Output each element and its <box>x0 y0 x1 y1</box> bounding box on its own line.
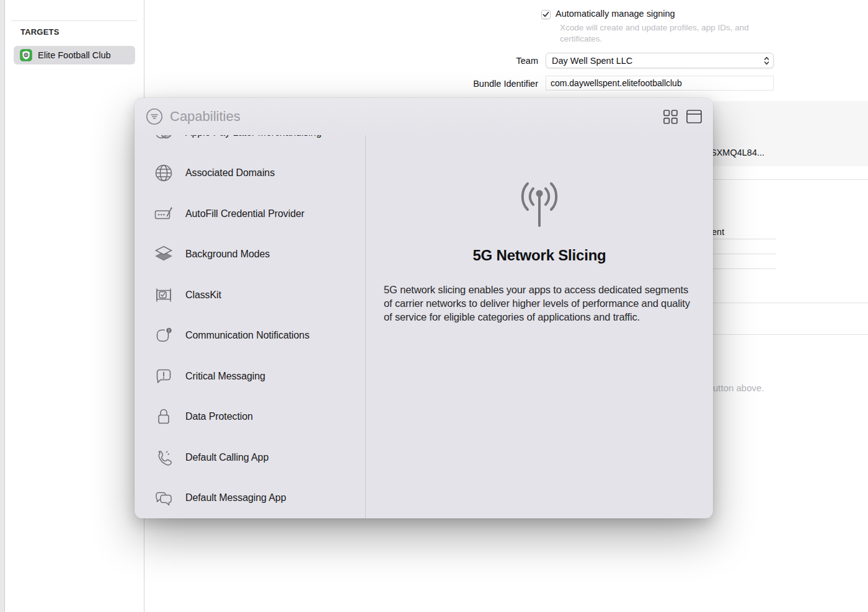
alert-bubble-icon <box>153 366 174 387</box>
capability-label: Associated Domains <box>185 167 275 179</box>
capability-label: Data Protection <box>185 411 253 422</box>
capabilities-popup-body: Apple Pay Later Merchandising Associated… <box>135 135 713 518</box>
capabilities-popup-header: Capabilities <box>135 98 713 135</box>
capability-label: Default Calling App <box>185 452 268 463</box>
capabilities-filter-field[interactable]: Capabilities <box>146 108 655 125</box>
capability-label: AutoFill Credential Provider <box>185 208 304 220</box>
section-divider <box>713 179 868 180</box>
certificate-id-fragment: SXMQ4L84... <box>711 148 764 157</box>
field-underline <box>713 254 776 254</box>
app-badge-icon <box>153 325 174 346</box>
lock-icon <box>153 406 174 427</box>
capabilities-filter-placeholder: Capabilities <box>170 109 241 125</box>
capability-item-default-messaging-app[interactable]: Default Messaging App <box>135 478 365 519</box>
capability-label: Critical Messaging <box>185 371 265 382</box>
section-divider <box>713 334 868 335</box>
chat-bubbles-icon <box>153 487 174 508</box>
sidebar-divider <box>11 20 137 21</box>
capability-item-default-calling-app[interactable]: Default Calling App <box>135 437 365 478</box>
targets-section-label: TARGETS <box>20 27 60 37</box>
phone-icon <box>153 447 174 468</box>
team-label: Team <box>476 56 538 66</box>
team-selected-value: Day Well Spent LLC <box>552 56 764 66</box>
field-underline <box>713 268 776 269</box>
capability-item-critical-messaging[interactable]: Critical Messaging <box>135 356 365 397</box>
capabilities-library-popup: Capabilities <box>135 98 713 518</box>
window-view-button[interactable] <box>686 109 702 125</box>
bundle-identifier-field[interactable] <box>546 76 774 91</box>
capability-item-data-protection[interactable]: Data Protection <box>135 397 365 438</box>
classkit-icon <box>153 285 174 306</box>
capability-item-autofill-credential-provider[interactable]: AutoFill Credential Provider <box>135 193 365 234</box>
capability-label: Background Modes <box>185 249 270 260</box>
sidebar-item-elite-football-club[interactable]: Elite Football Club <box>14 46 135 64</box>
target-app-icon <box>20 49 32 61</box>
auto-manage-signing-row: Automatically manage signing <box>541 9 675 19</box>
capability-label: ClassKit <box>185 290 221 301</box>
section-divider <box>713 303 868 303</box>
capability-item-classkit[interactable]: ClassKit <box>135 275 365 316</box>
capability-detail-panel: 5G Network Slicing 5G network slicing en… <box>366 135 713 518</box>
bundle-identifier-label: Bundle Identifier <box>434 79 538 89</box>
popup-stepper-icon <box>764 56 769 66</box>
apple-pay-icon <box>153 135 174 143</box>
team-popup-button[interactable]: Day Well Spent LLC <box>546 53 774 68</box>
globe-icon <box>153 162 174 184</box>
layers-icon <box>153 244 174 265</box>
capability-label: Communication Notifications <box>185 330 309 341</box>
antenna-icon <box>511 177 568 228</box>
grid-view-button[interactable] <box>662 109 678 125</box>
hint-text-fragment: utton above. <box>713 383 764 393</box>
field-underline <box>713 239 776 239</box>
capability-label: Apple Pay Later Merchandising <box>185 135 321 138</box>
auto-manage-signing-label: Automatically manage signing <box>556 9 675 19</box>
auto-manage-signing-checkbox[interactable] <box>541 10 551 19</box>
capability-item-associated-domains[interactable]: Associated Domains <box>135 153 365 194</box>
capability-label: Default Messaging App <box>185 492 286 503</box>
capability-item-apple-pay-later-merchandising[interactable]: Apple Pay Later Merchandising <box>135 135 365 153</box>
signing-helper-text: Xcode will create and update profiles, a… <box>560 22 778 44</box>
filter-icon <box>146 108 163 125</box>
capability-item-communication-notifications[interactable]: Communication Notifications <box>135 316 365 357</box>
window-edge-strip <box>0 0 5 612</box>
capability-detail-title: 5G Network Slicing <box>366 247 713 264</box>
team-text-fragment: ent <box>712 227 724 237</box>
autofill-icon <box>153 203 174 224</box>
capability-item-background-modes[interactable]: Background Modes <box>135 234 365 275</box>
capabilities-list: Apple Pay Later Merchandising Associated… <box>135 135 366 518</box>
capability-detail-description: 5G network slicing enables your apps to … <box>384 283 695 324</box>
target-name: Elite Football Club <box>38 50 111 60</box>
